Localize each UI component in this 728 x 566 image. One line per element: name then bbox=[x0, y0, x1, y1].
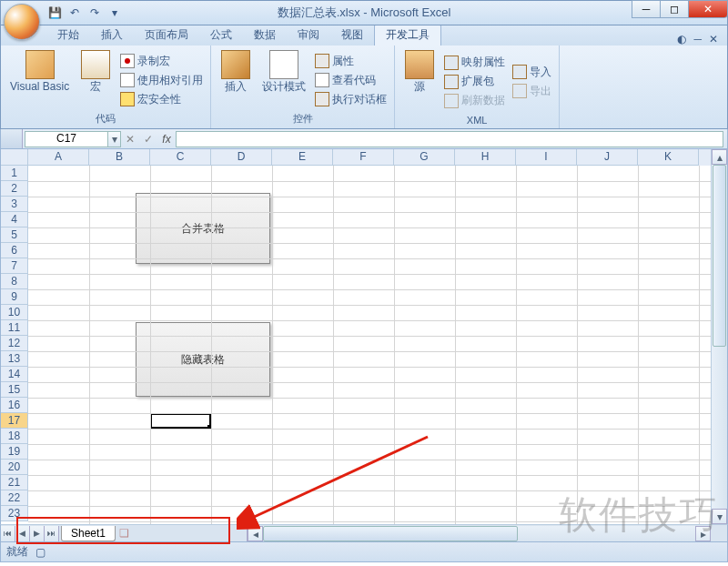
macros-button[interactable]: 宏 bbox=[76, 48, 115, 112]
row-header[interactable]: 22 bbox=[1, 490, 28, 506]
col-header[interactable]: J bbox=[577, 149, 638, 166]
visual-basic-button[interactable]: Visual Basic bbox=[6, 48, 73, 112]
close-button[interactable]: ✕ bbox=[688, 0, 728, 18]
col-header[interactable]: G bbox=[394, 149, 455, 166]
horizontal-scrollbar[interactable]: ◂ ▸ bbox=[247, 526, 711, 541]
tab-data[interactable]: 数据 bbox=[243, 25, 287, 45]
col-header[interactable]: D bbox=[211, 149, 272, 166]
col-header[interactable]: K bbox=[638, 149, 699, 166]
row-header[interactable]: 20 bbox=[1, 460, 28, 475]
view-code-button[interactable]: 查看代码 bbox=[313, 72, 389, 89]
row-header[interactable]: 18 bbox=[1, 429, 28, 444]
scroll-up-icon[interactable]: ▴ bbox=[712, 149, 727, 165]
macro-icon bbox=[81, 50, 110, 79]
properties-button[interactable]: 属性 bbox=[313, 53, 389, 70]
relative-ref-button[interactable]: 使用相对引用 bbox=[118, 72, 205, 89]
save-icon[interactable]: 💾 bbox=[46, 5, 63, 21]
name-box[interactable]: C17 bbox=[25, 131, 108, 147]
formula-bar-row: C17 ▾ ✕ ✓ fx bbox=[0, 129, 728, 149]
design-mode-button[interactable]: 设计模式 bbox=[258, 48, 309, 112]
qat-more-icon[interactable]: ▾ bbox=[106, 5, 123, 21]
row-header[interactable]: 12 bbox=[1, 336, 28, 351]
sheet-tab[interactable]: Sheet1 bbox=[61, 526, 116, 541]
hide-tables-button[interactable]: 隐藏表格 bbox=[136, 322, 270, 397]
row-header[interactable]: 4 bbox=[1, 212, 28, 227]
row-handle bbox=[1, 129, 23, 148]
row-header[interactable]: 1 bbox=[1, 166, 28, 181]
tab-formulas[interactable]: 公式 bbox=[199, 25, 243, 45]
new-sheet-icon[interactable]: ❏ bbox=[119, 527, 129, 540]
map-properties-button[interactable]: 映射属性 bbox=[442, 54, 507, 71]
scroll-right-icon[interactable]: ▸ bbox=[695, 526, 711, 541]
row-header[interactable]: 13 bbox=[1, 351, 28, 367]
row-header[interactable]: 8 bbox=[1, 274, 28, 289]
col-header[interactable]: C bbox=[150, 149, 211, 166]
tab-first-icon[interactable]: ⏮ bbox=[1, 526, 15, 541]
tab-prev-icon[interactable]: ◀ bbox=[15, 526, 30, 541]
col-header[interactable]: I bbox=[516, 149, 577, 166]
expansion-pack-button[interactable]: 扩展包 bbox=[442, 73, 507, 90]
row-header[interactable]: 14 bbox=[1, 367, 28, 382]
macro-status-icon[interactable]: ▢ bbox=[35, 546, 46, 559]
row-header[interactable]: 9 bbox=[1, 289, 28, 305]
merge-tables-button[interactable]: 合并表格 bbox=[136, 193, 270, 264]
row-header[interactable]: 3 bbox=[1, 197, 28, 212]
row-header[interactable]: 21 bbox=[1, 475, 28, 490]
col-header[interactable]: B bbox=[89, 149, 150, 166]
hscroll-thumb[interactable] bbox=[263, 526, 518, 541]
minimize-button[interactable]: ─ bbox=[632, 0, 661, 18]
refresh-data-button[interactable]: 刷新数据 bbox=[442, 92, 507, 109]
row-header[interactable]: 15 bbox=[1, 382, 28, 398]
row-header[interactable]: 17 bbox=[1, 413, 28, 429]
vscroll-thumb[interactable] bbox=[713, 165, 726, 347]
group-xml: 源 映射属性 扩展包 刷新数据 导入 导出 XML bbox=[395, 45, 560, 128]
maximize-button[interactable]: ◻ bbox=[660, 0, 689, 18]
tab-home[interactable]: 开始 bbox=[46, 25, 90, 45]
tab-review[interactable]: 审阅 bbox=[287, 25, 330, 45]
xml-source-button[interactable]: 源 bbox=[400, 48, 439, 115]
namebox-dropdown[interactable]: ▾ bbox=[108, 131, 121, 147]
col-header[interactable]: A bbox=[28, 149, 89, 166]
formula-bar[interactable] bbox=[176, 131, 723, 147]
tab-pagelayout[interactable]: 页面布局 bbox=[134, 25, 199, 45]
row-header[interactable]: 19 bbox=[1, 444, 28, 460]
office-button[interactable] bbox=[4, 4, 40, 40]
import-button[interactable]: 导入 bbox=[511, 64, 553, 81]
active-cell[interactable] bbox=[150, 413, 211, 429]
export-button[interactable]: 导出 bbox=[511, 83, 553, 100]
macro-security-button[interactable]: 宏安全性 bbox=[118, 91, 205, 108]
col-header[interactable]: H bbox=[455, 149, 516, 166]
tab-view[interactable]: 视图 bbox=[330, 25, 374, 45]
fx-icon[interactable]: fx bbox=[157, 133, 176, 146]
row-header[interactable]: 11 bbox=[1, 320, 28, 336]
help-icon[interactable]: ◐ bbox=[677, 33, 686, 45]
row-header[interactable]: 10 bbox=[1, 305, 28, 320]
tab-developer[interactable]: 开发工具 bbox=[374, 24, 441, 45]
run-dialog-button[interactable]: 执行对话框 bbox=[313, 91, 389, 108]
row-header[interactable]: 16 bbox=[1, 398, 28, 413]
scroll-down-icon[interactable]: ▾ bbox=[712, 509, 727, 524]
ribbon-minimize-icon[interactable]: ─ bbox=[693, 33, 702, 45]
vertical-scrollbar[interactable]: ▴ ▾ bbox=[711, 149, 727, 524]
design-icon bbox=[269, 50, 298, 79]
tab-insert[interactable]: 插入 bbox=[90, 25, 134, 45]
row-header[interactable]: 23 bbox=[1, 506, 28, 521]
tab-next-icon[interactable]: ▶ bbox=[30, 526, 45, 541]
record-icon bbox=[120, 54, 135, 68]
row-header[interactable]: 6 bbox=[1, 243, 28, 258]
undo-icon[interactable]: ↶ bbox=[66, 5, 83, 21]
row-header[interactable]: 7 bbox=[1, 258, 28, 274]
cells-grid[interactable]: 合并表格 隐藏表格 bbox=[28, 166, 711, 524]
scroll-left-icon[interactable]: ◂ bbox=[248, 526, 263, 541]
tab-last-icon[interactable]: ⏭ bbox=[45, 526, 59, 541]
insert-control-button[interactable]: 插入 bbox=[217, 48, 255, 112]
col-header[interactable]: E bbox=[272, 149, 333, 166]
row-header[interactable]: 2 bbox=[1, 181, 28, 197]
redo-icon[interactable]: ↷ bbox=[86, 5, 103, 21]
col-header[interactable]: F bbox=[333, 149, 394, 166]
select-all-corner[interactable] bbox=[1, 149, 28, 166]
sheet-tabs-row: ⏮ ◀ ▶ ⏭ Sheet1 ❏ ◂ ▸ bbox=[0, 524, 728, 542]
doc-close-icon[interactable]: ✕ bbox=[709, 33, 718, 45]
row-header[interactable]: 5 bbox=[1, 227, 28, 243]
record-macro-button[interactable]: 录制宏 bbox=[118, 53, 205, 70]
